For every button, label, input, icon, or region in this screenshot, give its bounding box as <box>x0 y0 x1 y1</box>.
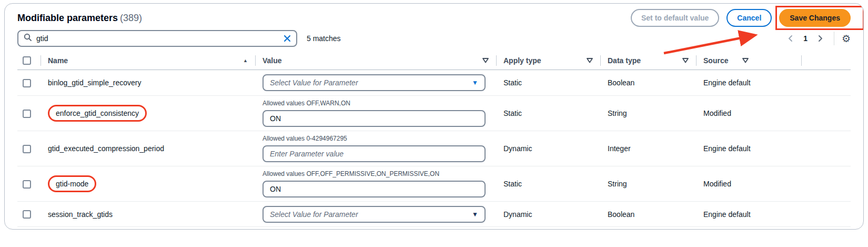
table-row: binlog_gtid_simple_recovery Select Value… <box>17 70 851 95</box>
input-value: ON <box>270 114 281 123</box>
match-count: 5 matches <box>307 34 341 43</box>
column-header-data-type[interactable]: Data type <box>600 51 696 70</box>
value-cell: Allowed values 0-4294967295Enter Paramet… <box>255 135 496 162</box>
header-checkbox-cell <box>17 51 41 70</box>
value-input[interactable]: Enter Parameter value <box>263 145 486 162</box>
row-checkbox[interactable] <box>23 145 31 153</box>
parameter-name: gtid_executed_compression_period <box>48 144 164 153</box>
parameter-count: (389) <box>120 13 142 23</box>
set-to-default-button[interactable]: Set to default value <box>631 9 719 27</box>
value-cell: Allowed values OFF,OFF_PERMISSIVE,ON_PER… <box>255 170 496 197</box>
toolbar-divider <box>834 32 834 45</box>
next-page-icon[interactable] <box>815 32 826 45</box>
data-type: String <box>600 180 696 188</box>
value-select[interactable]: Select Value for Parameter▼ <box>263 206 486 223</box>
search-box <box>17 30 297 47</box>
source: Modified <box>696 109 801 117</box>
select-placeholder: Select Value for Parameter <box>270 210 358 219</box>
table-row: gtid-mode Allowed values OFF,OFF_PERMISS… <box>17 166 851 201</box>
data-type: Boolean <box>600 78 696 87</box>
parameters-page: Modifiable parameters(389) Set to defaul… <box>0 0 868 247</box>
value-select[interactable]: Select Value for Parameter▼ <box>263 74 486 91</box>
select-all-checkbox[interactable] <box>23 56 31 65</box>
toolbar: 5 matches 1 ⚙ <box>17 30 851 47</box>
filter-icon[interactable] <box>587 58 593 63</box>
search-icon <box>24 33 32 44</box>
allowed-values-label: Allowed values OFF,WARN,ON <box>263 100 489 107</box>
dropdown-caret-icon: ▼ <box>472 211 478 218</box>
apply-type: Static <box>496 180 600 188</box>
parameter-name: binlog_gtid_simple_recovery <box>48 78 141 87</box>
table-row: gtid_executed_compression_period Allowed… <box>17 131 851 166</box>
column-header-apply-type[interactable]: Apply type <box>496 51 600 70</box>
allowed-values-label: Allowed values 0-4294967295 <box>263 135 489 142</box>
page-title: Modifiable parameters(389) <box>17 13 142 24</box>
value-input[interactable]: ON <box>263 181 486 197</box>
save-changes-button[interactable]: Save Changes <box>779 9 851 27</box>
parameter-name: session_track_gtids <box>48 210 113 219</box>
page-title-text: Modifiable parameters <box>17 13 118 23</box>
search-input[interactable] <box>36 34 279 43</box>
source: Engine default <box>696 144 801 153</box>
row-checkbox[interactable] <box>23 180 31 189</box>
current-page-number[interactable]: 1 <box>801 34 810 43</box>
apply-type: Dynamic <box>496 210 600 219</box>
value-cell: Allowed values OFF,WARN,ONON <box>255 100 496 127</box>
value-input[interactable]: ON <box>263 110 486 127</box>
allowed-values-label: Allowed values OFF,OFF_PERMISSIVE,ON_PER… <box>263 170 489 177</box>
data-type: Boolean <box>600 210 696 219</box>
previous-page-icon[interactable] <box>784 32 796 45</box>
apply-type: Static <box>496 109 600 117</box>
clear-search-icon[interactable] <box>284 35 291 42</box>
apply-type: Dynamic <box>496 144 600 153</box>
column-header-value[interactable]: Value <box>255 51 496 70</box>
dropdown-caret-icon: ▼ <box>472 80 478 86</box>
filter-icon[interactable] <box>742 58 749 63</box>
row-checkbox[interactable] <box>23 210 31 219</box>
table-header: Name ▲ Value Apply type Data type <box>17 51 851 70</box>
sort-ascending-icon: ▲ <box>243 58 248 63</box>
table-row: session_track_gtids Select Value for Par… <box>17 201 851 226</box>
input-placeholder: Enter Parameter value <box>270 150 344 158</box>
filter-icon[interactable] <box>482 58 489 63</box>
table-body: binlog_gtid_simple_recovery Select Value… <box>17 70 851 227</box>
input-value: ON <box>270 185 281 193</box>
column-header-name[interactable]: Name ▲ <box>41 51 255 70</box>
data-type: Integer <box>600 144 696 153</box>
parameter-name-annotated: gtid-mode <box>48 175 96 192</box>
source: Modified <box>696 180 801 188</box>
modifiable-parameters-card: Modifiable parameters(389) Set to defaul… <box>4 3 864 230</box>
row-checkbox[interactable] <box>23 79 31 87</box>
pagination: 1 ⚙ <box>784 32 851 45</box>
source: Engine default <box>696 210 801 219</box>
table-row: enforce_gtid_consistency Allowed values … <box>17 95 851 131</box>
card-header: Modifiable parameters(389) Set to defaul… <box>17 8 851 28</box>
filter-icon[interactable] <box>682 58 689 63</box>
value-cell: Select Value for Parameter▼ <box>255 206 496 223</box>
header-actions: Set to default value Cancel Save Changes <box>631 9 851 27</box>
gear-icon[interactable]: ⚙ <box>842 34 851 44</box>
cancel-button[interactable]: Cancel <box>726 9 772 27</box>
value-cell: Select Value for Parameter▼ <box>255 74 496 91</box>
column-header-source[interactable]: Source <box>696 51 801 70</box>
apply-type: Static <box>496 78 600 87</box>
row-checkbox[interactable] <box>23 110 31 118</box>
parameter-name-annotated: enforce_gtid_consistency <box>48 105 147 122</box>
header-spacer <box>801 51 851 70</box>
data-type: String <box>600 109 696 117</box>
source: Engine default <box>696 78 801 87</box>
select-placeholder: Select Value for Parameter <box>270 78 358 87</box>
